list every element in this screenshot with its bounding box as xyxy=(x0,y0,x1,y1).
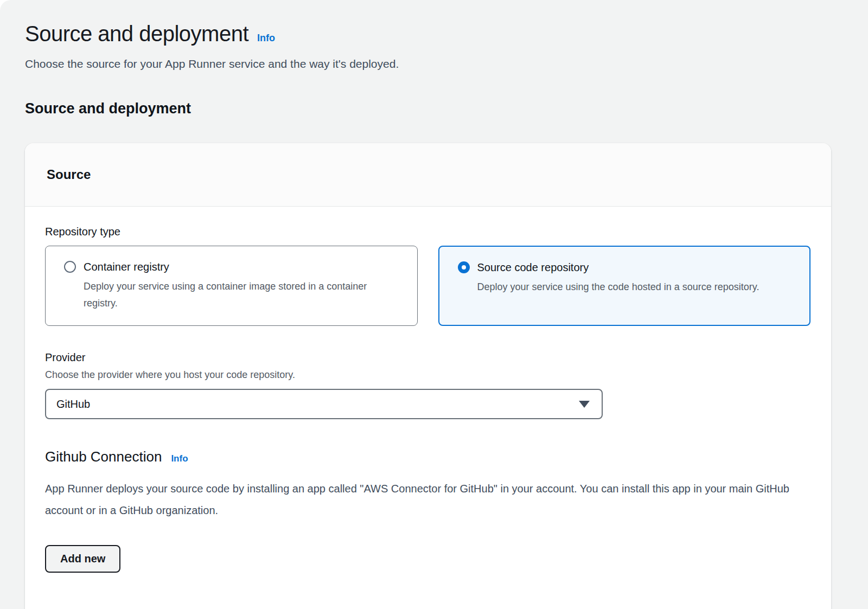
page-title-info-link[interactable]: Info xyxy=(257,33,275,44)
source-card-body: Repository type Container registry Deplo… xyxy=(25,207,831,609)
page-header: Source and deployment Info xyxy=(25,21,831,47)
radio-unselected-icon[interactable] xyxy=(64,261,76,273)
tile-container-registry-label: Container registry xyxy=(84,260,169,274)
add-new-button[interactable]: Add new xyxy=(45,545,120,573)
tile-source-code-repository-label: Source code repository xyxy=(477,260,589,274)
provider-select-value: GitHub xyxy=(56,398,90,411)
dropdown-arrow-icon xyxy=(579,401,590,408)
page-title: Source and deployment xyxy=(25,21,248,47)
github-connection-heading: Github Connection xyxy=(45,447,162,466)
tile-container-registry[interactable]: Container registry Deploy your service u… xyxy=(45,246,418,326)
tile-container-registry-description: Deploy your service using a container im… xyxy=(84,278,387,312)
provider-field: Provider Choose the provider where you h… xyxy=(45,351,810,419)
provider-select[interactable]: GitHub xyxy=(45,389,603,419)
repository-type-label: Repository type xyxy=(45,225,810,238)
tile-container-registry-label-row: Container registry xyxy=(64,260,405,274)
tile-source-code-repository-label-row: Source code repository xyxy=(458,260,798,274)
github-connection-info-link[interactable]: Info xyxy=(171,453,188,464)
source-card-title: Source xyxy=(47,167,91,182)
tile-source-code-repository[interactable]: Source code repository Deploy your servi… xyxy=(438,246,811,326)
content-panel: Source and deployment Info Choose the so… xyxy=(0,0,868,609)
github-connection-header: Github Connection Info xyxy=(45,447,810,466)
source-card: Source Repository type Container registr… xyxy=(25,143,831,609)
github-connection-description: App Runner deploys your source code by i… xyxy=(45,478,796,521)
source-card-header: Source xyxy=(25,143,831,207)
repository-type-tiles: Container registry Deploy your service u… xyxy=(45,246,810,326)
provider-label: Provider xyxy=(45,351,810,364)
provider-description: Choose the provider where you host your … xyxy=(45,368,810,381)
radio-selected-icon[interactable] xyxy=(458,261,470,273)
tile-source-code-repository-description: Deploy your service using the code hoste… xyxy=(477,279,781,296)
section-heading: Source and deployment xyxy=(25,100,831,117)
page-subtitle: Choose the source for your App Runner se… xyxy=(25,56,831,72)
